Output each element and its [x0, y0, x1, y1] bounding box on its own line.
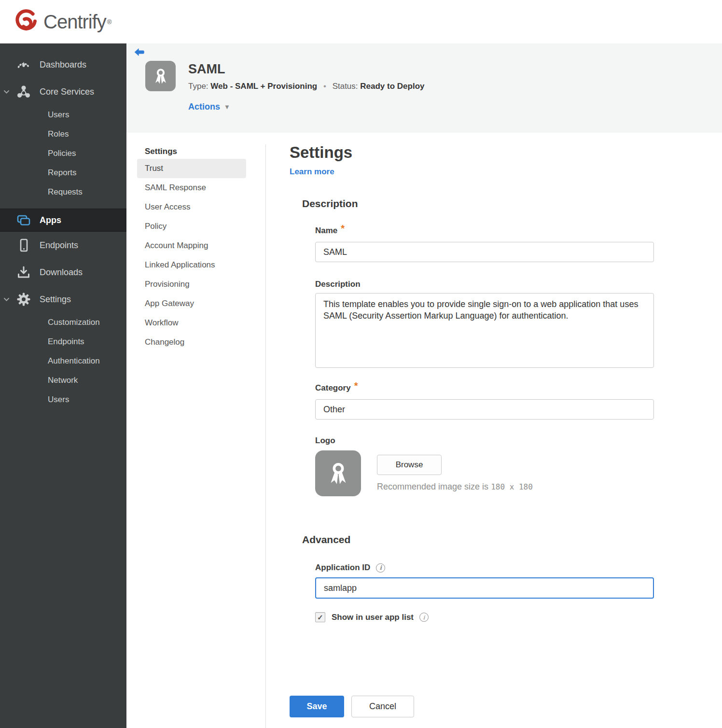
category-label: Category *	[315, 382, 654, 393]
caret-down-icon: ▼	[224, 103, 230, 111]
subnav-item-trust[interactable]: Trust	[137, 159, 246, 178]
settings-panel: Settings Learn more Description Name * D…	[265, 144, 722, 728]
description-section-heading: Description	[302, 198, 654, 210]
sidebar-item-downloads[interactable]: Downloads	[0, 259, 126, 286]
endpoint-device-icon	[13, 238, 35, 253]
dashboard-gauge-icon	[13, 57, 35, 72]
logo-preview-badge	[315, 450, 361, 496]
sidebar-item-policies[interactable]: Policies	[0, 144, 126, 163]
browse-button[interactable]: Browse	[377, 455, 442, 475]
top-bar: Centrify ®	[0, 0, 722, 43]
chevron-down-icon[interactable]	[0, 90, 13, 94]
type-value: Web - SAML + Provisioning	[210, 82, 317, 91]
subnav-item-changelog[interactable]: Changelog	[137, 333, 246, 352]
sidebar-item-customization[interactable]: Customization	[0, 313, 126, 332]
back-arrow-icon[interactable]	[133, 47, 145, 59]
core-services-icon	[13, 84, 35, 99]
type-label: Type:	[188, 82, 208, 91]
subnav-item-user-access[interactable]: User Access	[137, 197, 246, 217]
sidebar-item-settings-endpoints[interactable]: Endpoints	[0, 332, 126, 351]
status-value: Ready to Deploy	[360, 82, 424, 91]
advanced-section-heading: Advanced	[302, 534, 654, 546]
sidebar-item-apps[interactable]: Apps	[0, 209, 126, 232]
sidebar-item-roles[interactable]: Roles	[0, 125, 126, 144]
apps-icon	[13, 212, 35, 228]
required-asterisk: *	[354, 380, 358, 392]
app-title: SAML	[188, 62, 424, 77]
form-footer: Save Cancel	[290, 696, 654, 728]
save-button[interactable]: Save	[290, 696, 344, 717]
learn-more-link[interactable]: Learn more	[290, 167, 334, 177]
description-textarea[interactable]: This template enables you to provide sin…	[315, 293, 654, 368]
brand-name: Centrify	[43, 11, 106, 33]
status-label: Status:	[333, 82, 358, 91]
info-icon[interactable]: i	[419, 613, 429, 622]
subnav-item-policy[interactable]: Policy	[137, 217, 246, 236]
brand-logo: Centrify ®	[14, 8, 111, 35]
checkmark-icon: ✓	[317, 613, 323, 622]
gear-icon	[13, 292, 35, 307]
sidebar-item-authentication[interactable]: Authentication	[0, 351, 126, 371]
logo-size-value: 180 x 180	[491, 482, 533, 491]
app-header: SAML Type: Web - SAML + Provisioning • S…	[126, 43, 722, 133]
application-id-input[interactable]	[315, 577, 654, 599]
name-input[interactable]	[315, 242, 654, 262]
name-label: Name *	[315, 225, 654, 236]
show-in-user-app-list-label: Show in user app list	[332, 613, 414, 622]
actions-menu-button[interactable]: Actions ▼	[188, 102, 424, 112]
sidebar-item-settings[interactable]: Settings	[0, 286, 126, 313]
subnav-item-app-gateway[interactable]: App Gateway	[137, 294, 246, 313]
application-id-label: Application ID i	[315, 563, 654, 573]
sidebar-item-network[interactable]: Network	[0, 371, 126, 390]
centrify-swirl-icon	[14, 8, 39, 35]
subnav-item-account-mapping[interactable]: Account Mapping	[137, 236, 246, 255]
subnav-item-workflow[interactable]: Workflow	[137, 313, 246, 333]
sidebar-item-endpoints[interactable]: Endpoints	[0, 232, 126, 259]
cancel-button[interactable]: Cancel	[351, 696, 414, 717]
info-icon[interactable]: i	[376, 563, 385, 573]
show-in-user-app-list-checkbox[interactable]: ✓	[315, 612, 325, 622]
page-title: Settings	[290, 144, 654, 160]
description-label: Description	[315, 280, 654, 289]
category-input[interactable]	[315, 399, 654, 420]
sidebar-item-dashboards[interactable]: Dashboards	[0, 51, 126, 78]
chevron-down-icon[interactable]	[0, 297, 13, 302]
subnav-item-provisioning[interactable]: Provisioning	[137, 275, 246, 294]
required-asterisk: *	[341, 223, 345, 234]
subnav-header: Settings	[137, 144, 265, 159]
logo-label: Logo	[315, 436, 654, 446]
subnav-item-saml-response[interactable]: SAML Response	[137, 178, 246, 197]
app-subnav: Settings Trust SAML Response User Access…	[126, 144, 265, 728]
sidebar-item-settings-users[interactable]: Users	[0, 390, 126, 409]
subnav-item-linked-applications[interactable]: Linked Applications	[137, 255, 246, 275]
app-logo-badge	[145, 61, 176, 91]
logo-size-hint: Recommended image size is 180 x 180	[377, 482, 533, 492]
sidebar-item-reports[interactable]: Reports	[0, 163, 126, 182]
download-icon	[13, 265, 35, 280]
sidebar-item-core-services[interactable]: Core Services	[0, 78, 126, 105]
app-meta: Type: Web - SAML + Provisioning • Status…	[188, 82, 424, 91]
sidebar-item-users[interactable]: Users	[0, 105, 126, 125]
sidebar: Dashboards Core Services Users Roles Pol…	[0, 43, 126, 728]
brand-trademark: ®	[107, 18, 112, 26]
sidebar-item-requests[interactable]: Requests	[0, 182, 126, 202]
